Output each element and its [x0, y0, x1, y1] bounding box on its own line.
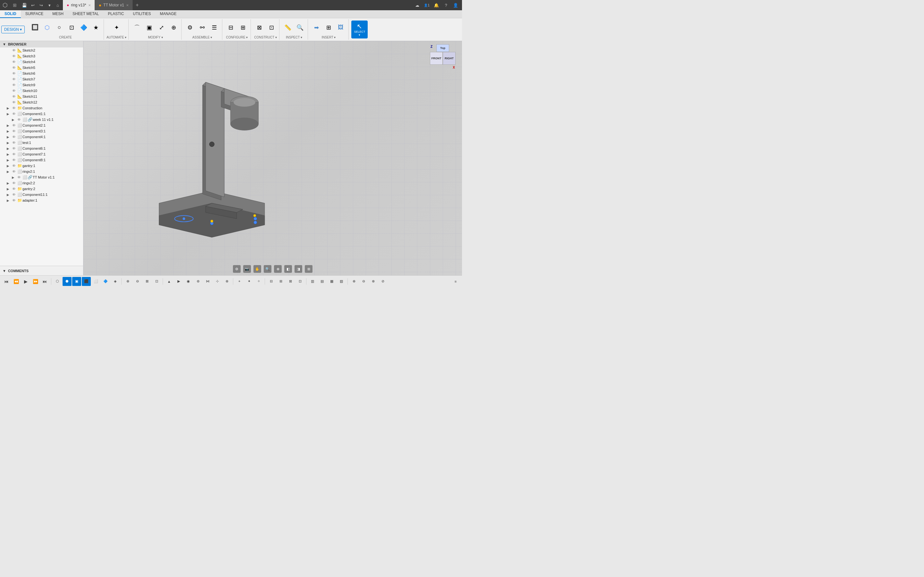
tree-item-ttmotor1[interactable]: ▶ 👁 ⬜ 🔗 TT Motor v1:1	[0, 174, 83, 180]
bottom-tool-6[interactable]: 🔷	[101, 277, 110, 286]
eye-construction[interactable]: 👁	[11, 106, 17, 110]
eye-week11[interactable]: 👁	[16, 118, 22, 121]
viewport-zoom-icon[interactable]: 🔍	[264, 265, 271, 273]
tree-item-component1[interactable]: ▶ 👁 ⬜ Component1:1	[0, 111, 83, 117]
viewport-orbit-icon[interactable]: ⊕	[274, 265, 282, 273]
bottom-tool-4[interactable]: ⬛	[82, 277, 91, 286]
playback-next-btn[interactable]: ⏩	[31, 277, 40, 286]
create-sweep-btn[interactable]: ⊡	[66, 23, 78, 32]
modify-scale-btn[interactable]: ⤢	[156, 23, 167, 32]
bottom-tool-26[interactable]: ▥	[308, 277, 317, 286]
bottom-tool-3[interactable]: ▣	[72, 277, 81, 286]
tree-item-adapter1[interactable]: ▶ 👁 📁 adapter:1	[0, 197, 83, 203]
tree-item-sketch11[interactable]: 👁 📐 Sketch11	[0, 93, 83, 99]
create-extrude-btn[interactable]: ⬡	[41, 23, 53, 32]
bottom-tool-21[interactable]: ✧	[254, 277, 263, 286]
eye-component3[interactable]: 👁	[11, 129, 17, 133]
bottom-tool-12[interactable]: ▲	[165, 277, 174, 286]
bottom-tool-9[interactable]: ⊖	[133, 277, 142, 286]
tree-item-sketch9[interactable]: 👁 📄 Sketch9	[0, 82, 83, 88]
eye-component4[interactable]: 👁	[11, 135, 17, 139]
tree-item-sketch4[interactable]: 👁 📄 Sketch4	[0, 59, 83, 65]
bottom-tool-2[interactable]: ⬢	[63, 277, 71, 286]
bottom-tool-25[interactable]: ⊡	[296, 277, 304, 286]
playback-end-btn[interactable]: ⏭	[40, 277, 49, 286]
eye-gantry1[interactable]: 👁	[11, 164, 17, 168]
tree-item-test1[interactable]: ▶ 👁 ⬜ test:1	[0, 140, 83, 145]
playback-start-btn[interactable]: ⏮	[2, 277, 11, 286]
bottom-tool-33[interactable]: ⊘	[378, 277, 387, 286]
bottom-tool-19[interactable]: ⌖	[235, 277, 244, 286]
tab-utilities[interactable]: UTILITIES	[128, 10, 155, 18]
playback-prev-btn[interactable]: ⏪	[11, 277, 21, 286]
eye-sketch12[interactable]: 👁	[11, 100, 17, 104]
bottom-tool-27[interactable]: ▤	[318, 277, 326, 286]
tree-item-component4[interactable]: ▶ 👁 ⬜ Component4:1	[0, 134, 83, 140]
bottom-tool-13[interactable]: ▶	[174, 277, 183, 286]
bottom-tool-24[interactable]: ⊠	[286, 277, 295, 286]
tree-item-construction[interactable]: ▶ 👁 📁 Construction	[0, 105, 83, 111]
browser-header[interactable]: ▼ BROWSER	[0, 41, 83, 47]
inspect-btn1[interactable]: 📏	[282, 23, 294, 32]
eye-ringv22[interactable]: 👁	[11, 181, 17, 185]
modify-combine-btn[interactable]: ⊕	[168, 23, 179, 32]
eye-component2[interactable]: 👁	[11, 123, 17, 127]
eye-test1[interactable]: 👁	[11, 141, 17, 145]
configure-btn1[interactable]: ⊟	[225, 23, 236, 32]
eye-component6[interactable]: 👁	[11, 147, 17, 150]
bottom-tool-20[interactable]: ✦	[244, 277, 254, 286]
viewport[interactable]: Z Top FRONT RIGHT X	[83, 41, 462, 276]
tree-item-sketch2[interactable]: 👁 📐 Sketch2	[0, 47, 83, 53]
cube-top-face[interactable]: Top	[436, 44, 449, 52]
tab2-close[interactable]: ✕	[126, 3, 129, 7]
insert-btn1[interactable]: ➡	[310, 23, 322, 32]
tree-item-ringv22[interactable]: ▶ 👁 ⬜ ringv2:2	[0, 180, 83, 186]
bottom-tool-30[interactable]: ⊕	[349, 277, 359, 286]
tab1-close[interactable]: ✕	[88, 3, 91, 7]
cube-right-face[interactable]: RIGHT	[443, 52, 456, 65]
eye-sketch6[interactable]: 👁	[11, 71, 17, 75]
dropdown-icon[interactable]: ▾	[45, 1, 53, 9]
eye-ringv21[interactable]: 👁	[11, 169, 17, 173]
modify-fillet-btn[interactable]: ⌒	[131, 23, 143, 32]
bottom-tool-15[interactable]: ⊛	[194, 277, 202, 286]
viewport-camera-icon[interactable]: 📷	[243, 265, 251, 273]
playback-play-btn[interactable]: ▶	[21, 277, 30, 286]
tree-item-component7[interactable]: ▶ 👁 ⬜ Component7:1	[0, 151, 83, 157]
eye-sketch4[interactable]: 👁	[11, 60, 17, 64]
redo-icon[interactable]: ↪	[37, 1, 45, 9]
viewport-visual-icon[interactable]: ◨	[294, 265, 302, 273]
tree-item-component3[interactable]: ▶ 👁 ⬜ Component3:1	[0, 128, 83, 134]
tab-sheet-metal[interactable]: SHEET METAL	[68, 10, 103, 18]
eye-adapter1[interactable]: 👁	[11, 198, 17, 202]
comments-panel[interactable]: ▼ COMMENTS	[0, 266, 83, 276]
eye-gantry2[interactable]: 👁	[11, 187, 17, 191]
tree-item-sketch3[interactable]: 👁 📐 Sketch3	[0, 53, 83, 59]
bottom-tool-16[interactable]: ⋈	[203, 277, 212, 286]
tree-item-component2[interactable]: ▶ 👁 ⬜ Component2:1	[0, 122, 83, 128]
bottom-tool-11[interactable]: ⊡	[152, 277, 161, 286]
bottom-tool-17[interactable]: ⊹	[213, 277, 222, 286]
tree-item-week11[interactable]: ▶ 👁 ⬜ 🔗 week 11 v1:1	[0, 117, 83, 122]
tab-tt-motor[interactable]: ● TT Motor v1 ✕	[95, 0, 133, 10]
eye-sketch9[interactable]: 👁	[11, 83, 17, 87]
tab-manage[interactable]: MANAGE	[155, 10, 181, 18]
assemble-btn2[interactable]: ⚯	[196, 23, 208, 32]
construct-btn2[interactable]: ⊡	[266, 23, 277, 32]
cloud-icon[interactable]: ☁	[413, 1, 421, 9]
help-icon[interactable]: ?	[442, 1, 450, 9]
create-revolve-btn[interactable]: ○	[53, 23, 65, 32]
new-tab-button[interactable]: +	[133, 0, 142, 10]
bottom-tool-8[interactable]: ⊕	[123, 277, 132, 286]
grid-icon[interactable]: ⊞	[10, 1, 19, 10]
eye-component7[interactable]: 👁	[11, 152, 17, 156]
create-more-btn[interactable]: ★	[90, 23, 102, 32]
profile-icon[interactable]: 👤	[452, 1, 459, 9]
bottom-tool-14[interactable]: ◉	[184, 277, 193, 286]
notification-icon[interactable]: 🔔	[433, 1, 440, 9]
select-button[interactable]: ↖ SELECT ▾	[351, 21, 368, 39]
create-loft-btn[interactable]: 🔷	[78, 23, 89, 32]
undo-icon[interactable]: ↩	[29, 1, 37, 9]
tab-mesh[interactable]: MESH	[48, 10, 68, 18]
bottom-tool-32[interactable]: ⊗	[368, 277, 378, 286]
